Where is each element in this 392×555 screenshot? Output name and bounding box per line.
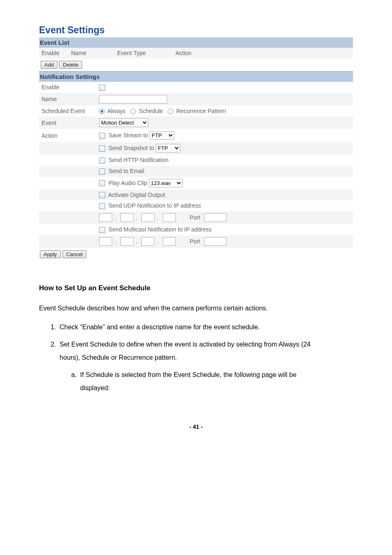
label-name: Name xyxy=(39,93,97,106)
doc-step-2: Set Event Schedule to define when the ev… xyxy=(58,338,353,395)
event-select[interactable]: Motion Detect xyxy=(99,118,148,127)
send-snapshot-checkbox[interactable] xyxy=(99,146,105,152)
event-list-header: Event List xyxy=(39,37,353,48)
dot-icon: . xyxy=(115,238,116,245)
doc-step-2a: If Schedule is selected from the Event S… xyxy=(78,368,353,395)
dot-icon: . xyxy=(115,215,116,221)
dot-icon: . xyxy=(136,215,138,221)
event-list-table: Enable Name Event Type Action Add Delete xyxy=(39,48,353,71)
mcast-port-label: Port xyxy=(189,238,200,245)
notification-settings-header: Notification Settings xyxy=(39,71,353,82)
radio-always-label: Always xyxy=(107,108,125,114)
dot-icon: . xyxy=(136,238,138,245)
doc-intro: Event Schedule describes how and when th… xyxy=(39,302,353,315)
name-input[interactable] xyxy=(99,95,167,104)
dot-icon: . xyxy=(157,238,159,245)
http-notif-label: Send HTTP Notification xyxy=(108,157,168,163)
row-action-http-notif: Send HTTP Notification xyxy=(39,155,353,166)
row-enable: Enable xyxy=(39,82,353,93)
mcast-ip-2[interactable] xyxy=(120,237,134,246)
doc-step-1: Check “Enable” and enter a descriptive n… xyxy=(58,321,353,334)
page-number: - 41 - xyxy=(39,423,353,430)
send-email-checkbox[interactable] xyxy=(99,169,105,175)
udp-notif-checkbox[interactable] xyxy=(99,203,105,209)
radio-schedule[interactable] xyxy=(130,109,136,114)
doc-step-2a-text-1: If Schedule is selected from the Event S… xyxy=(80,371,297,378)
row-action-digital-output: Activate Digital Output xyxy=(39,190,353,201)
send-snapshot-select[interactable]: FTP xyxy=(156,144,180,153)
save-stream-label: Save Stream to xyxy=(108,132,148,139)
send-email-label: Send to Email xyxy=(108,168,144,174)
row-name: Name xyxy=(39,93,353,106)
row-event: Event Motion Detect xyxy=(39,116,353,129)
event-settings-panel: Event Settings Event List Enable Name Ev… xyxy=(39,25,353,261)
udp-port-label: Port xyxy=(189,214,200,221)
label-scheduled-event: Scheduled Event xyxy=(39,106,97,116)
udp-ip-2[interactable] xyxy=(120,213,134,222)
col-enable: Enable xyxy=(39,48,69,58)
mcast-notif-checkbox[interactable] xyxy=(99,227,105,233)
row-action-save-stream: Action Save Stream to FTP xyxy=(39,129,353,142)
label-action: Action xyxy=(39,129,97,142)
save-stream-checkbox[interactable] xyxy=(99,133,105,139)
save-stream-select[interactable]: FTP xyxy=(150,131,174,140)
doc-heading: How to Set Up an Event Schedule xyxy=(39,281,353,295)
row-udp-ip: . . . Port xyxy=(39,211,353,224)
mcast-ip-3[interactable] xyxy=(141,237,154,246)
row-action-send-email: Send to Email xyxy=(39,166,353,177)
notification-settings-table: Enable Name Scheduled Event Always xyxy=(39,82,353,248)
mcast-ip-4[interactable] xyxy=(163,237,176,246)
udp-notif-label: Send UDP Notification to IP address xyxy=(108,202,201,209)
mcast-ip-1[interactable] xyxy=(99,237,112,246)
cancel-button[interactable]: Cancel xyxy=(62,250,86,258)
radio-recurrence[interactable] xyxy=(168,109,173,114)
radio-recurrence-label: Recurrence Pattern xyxy=(176,108,226,114)
doc-step-2-text-b: hours), Schedule or Recurrence pattern. xyxy=(60,354,177,361)
play-audio-label: Play Audio Clip xyxy=(108,180,147,186)
radio-schedule-label: Schedule xyxy=(139,108,163,114)
udp-ip-3[interactable] xyxy=(141,213,154,222)
mcast-notif-label: Send Multicast Notification to IP addres… xyxy=(108,226,212,233)
send-snapshot-label: Send Snapshot to xyxy=(108,145,154,151)
row-action-udp-notif: Send UDP Notification to IP address xyxy=(39,200,353,211)
radio-always[interactable] xyxy=(99,109,105,114)
doc-step-2-text-a: Set Event Schedule to define when the ev… xyxy=(60,341,311,348)
col-event-type: Event Type xyxy=(115,48,173,58)
page-title: Event Settings xyxy=(39,25,353,36)
col-name: Name xyxy=(69,48,115,58)
table-header-row: Enable Name Event Type Action xyxy=(39,48,353,58)
play-audio-checkbox[interactable] xyxy=(99,180,105,186)
row-action-play-audio: Play Audio Clip 123.wav xyxy=(39,177,353,190)
digital-output-checkbox[interactable] xyxy=(99,192,105,198)
udp-ip-1[interactable] xyxy=(99,213,112,222)
mcast-port-input[interactable] xyxy=(204,237,226,246)
event-list-buttons-row: Add Delete xyxy=(39,58,353,71)
digital-output-label: Activate Digital Output xyxy=(108,192,165,198)
doc-section: How to Set Up an Event Schedule Event Sc… xyxy=(39,281,353,395)
udp-ip-4[interactable] xyxy=(163,213,176,222)
col-action: Action xyxy=(173,48,353,58)
doc-step-1-text: Check “Enable” and enter a descriptive n… xyxy=(60,324,260,331)
enable-checkbox[interactable] xyxy=(99,85,105,91)
udp-port-input[interactable] xyxy=(204,213,226,222)
add-button[interactable]: Add xyxy=(41,61,58,69)
apply-button[interactable]: Apply xyxy=(40,250,61,258)
dot-icon: . xyxy=(157,215,159,221)
row-scheduled-event: Scheduled Event Always Schedule Recurren… xyxy=(39,106,353,116)
label-event: Event xyxy=(39,116,97,129)
delete-button[interactable]: Delete xyxy=(59,61,82,69)
row-mcast-ip: . . . Port xyxy=(39,235,353,248)
http-notif-checkbox[interactable] xyxy=(99,157,105,164)
row-action-mcast-notif: Send Multicast Notification to IP addres… xyxy=(39,224,353,235)
label-enable: Enable xyxy=(39,82,97,93)
doc-step-2a-text-2: displayed: xyxy=(80,384,110,391)
row-action-send-snapshot: Send Snapshot to FTP xyxy=(39,142,353,155)
play-audio-select[interactable]: 123.wav xyxy=(149,179,182,187)
